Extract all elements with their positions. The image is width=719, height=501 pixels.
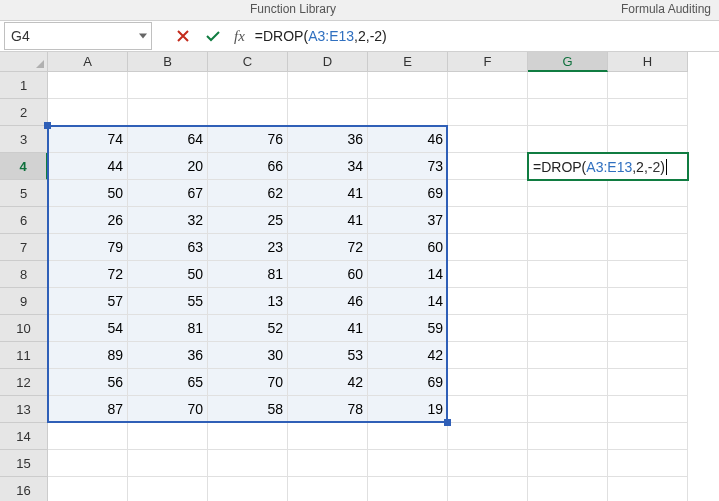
cell-F16[interactable] [448,477,528,501]
cell-F6[interactable] [448,207,528,234]
cell-C15[interactable] [208,450,288,477]
cell-F14[interactable] [448,423,528,450]
row-header-15[interactable]: 15 [0,450,48,477]
column-header-A[interactable]: A [48,52,128,72]
cell-B1[interactable] [128,72,208,99]
cell-F3[interactable] [448,126,528,153]
worksheet[interactable]: ABCDEFGH 1234567891011121314151617 74647… [0,52,719,501]
row-header-13[interactable]: 13 [0,396,48,423]
cell-G16[interactable] [528,477,608,501]
cell-G11[interactable] [528,342,608,369]
cell-G7[interactable] [528,234,608,261]
cell-G14[interactable] [528,423,608,450]
column-header-G[interactable]: G [528,52,608,72]
cell-F15[interactable] [448,450,528,477]
cell-G13[interactable] [528,396,608,423]
cell-D8[interactable]: 60 [288,261,368,288]
cell-F8[interactable] [448,261,528,288]
row-header-1[interactable]: 1 [0,72,48,99]
row-header-14[interactable]: 14 [0,423,48,450]
cell-E7[interactable]: 60 [368,234,448,261]
column-header-D[interactable]: D [288,52,368,72]
cell-B2[interactable] [128,99,208,126]
cell-D11[interactable]: 53 [288,342,368,369]
column-header-E[interactable]: E [368,52,448,72]
cell-D13[interactable]: 78 [288,396,368,423]
cell-G12[interactable] [528,369,608,396]
cell-A16[interactable] [48,477,128,501]
column-header-F[interactable]: F [448,52,528,72]
cell-C12[interactable]: 70 [208,369,288,396]
select-all-corner[interactable] [0,52,48,72]
cell-D4[interactable]: 34 [288,153,368,180]
cell-B3[interactable]: 64 [128,126,208,153]
cell-E3[interactable]: 46 [368,126,448,153]
cell-A12[interactable]: 56 [48,369,128,396]
cell-D15[interactable] [288,450,368,477]
cell-H9[interactable] [608,288,688,315]
cell-C10[interactable]: 52 [208,315,288,342]
cell-H3[interactable] [608,126,688,153]
column-header-B[interactable]: B [128,52,208,72]
row-header-7[interactable]: 7 [0,234,48,261]
cell-B15[interactable] [128,450,208,477]
cell-E14[interactable] [368,423,448,450]
chevron-down-icon[interactable] [139,34,147,39]
cell-C11[interactable]: 30 [208,342,288,369]
cell-E5[interactable]: 69 [368,180,448,207]
row-header-16[interactable]: 16 [0,477,48,501]
cell-G8[interactable] [528,261,608,288]
cell-D1[interactable] [288,72,368,99]
cell-D7[interactable]: 72 [288,234,368,261]
cell-C2[interactable] [208,99,288,126]
cell-E4[interactable]: 73 [368,153,448,180]
cell-C3[interactable]: 76 [208,126,288,153]
cell-G15[interactable] [528,450,608,477]
cell-B11[interactable]: 36 [128,342,208,369]
cancel-button[interactable] [168,22,198,50]
cell-D2[interactable] [288,99,368,126]
cell-E10[interactable]: 59 [368,315,448,342]
cell-A14[interactable] [48,423,128,450]
cell-E16[interactable] [368,477,448,501]
cell-F5[interactable] [448,180,528,207]
cell-D3[interactable]: 36 [288,126,368,153]
cell-G2[interactable] [528,99,608,126]
range-handle[interactable] [44,122,51,129]
cell-A8[interactable]: 72 [48,261,128,288]
row-header-2[interactable]: 2 [0,99,48,126]
cell-C16[interactable] [208,477,288,501]
cell-C1[interactable] [208,72,288,99]
cell-C13[interactable]: 58 [208,396,288,423]
cell-B8[interactable]: 50 [128,261,208,288]
cell-H6[interactable] [608,207,688,234]
cell-H13[interactable] [608,396,688,423]
cell-B9[interactable]: 55 [128,288,208,315]
cell-E6[interactable]: 37 [368,207,448,234]
cell-B16[interactable] [128,477,208,501]
cell-B7[interactable]: 63 [128,234,208,261]
cell-A3[interactable]: 74 [48,126,128,153]
cell-G6[interactable] [528,207,608,234]
cell-G10[interactable] [528,315,608,342]
column-header-C[interactable]: C [208,52,288,72]
cell-E12[interactable]: 69 [368,369,448,396]
cell-H2[interactable] [608,99,688,126]
cell-A11[interactable]: 89 [48,342,128,369]
cell-C9[interactable]: 13 [208,288,288,315]
cell-F9[interactable] [448,288,528,315]
cell-H8[interactable] [608,261,688,288]
cell-F2[interactable] [448,99,528,126]
cell-A4[interactable]: 44 [48,153,128,180]
cell-H16[interactable] [608,477,688,501]
cell-A6[interactable]: 26 [48,207,128,234]
range-handle[interactable] [444,419,451,426]
cell-C4[interactable]: 66 [208,153,288,180]
cell-G9[interactable] [528,288,608,315]
cell-F13[interactable] [448,396,528,423]
cell-C8[interactable]: 81 [208,261,288,288]
row-header-10[interactable]: 10 [0,315,48,342]
column-header-H[interactable]: H [608,52,688,72]
cell-H14[interactable] [608,423,688,450]
row-header-11[interactable]: 11 [0,342,48,369]
